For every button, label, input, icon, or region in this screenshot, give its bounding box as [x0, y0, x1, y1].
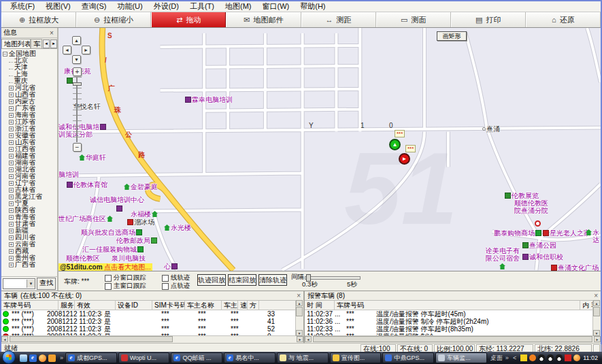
toolbar-button[interactable]: ⊖ 拉框缩小: [76, 12, 151, 27]
checkbox-main-window[interactable]: 主窗口跟踪: [105, 282, 146, 291]
tab-scroll-left-icon[interactable]: ◄: [43, 39, 50, 48]
menu-item[interactable]: 系统(F): [5, 1, 39, 12]
tree-expand-icon[interactable]: [9, 229, 14, 233]
checkbox-icon[interactable]: [105, 283, 112, 290]
tree-expand-icon[interactable]: [9, 93, 14, 97]
column-header[interactable]: SIM卡号码: [152, 301, 185, 310]
column-header[interactable]: 车主电话: [222, 301, 238, 310]
tree-expand-icon[interactable]: [9, 154, 14, 159]
checkbox-point-track[interactable]: 点轨迹: [162, 282, 190, 291]
tree-expand-icon[interactable]: [9, 113, 14, 118]
tree-expand-icon[interactable]: [9, 106, 14, 111]
tree-item[interactable]: 黑龙江省: [3, 193, 57, 200]
column-header[interactable]: 车主名称: [185, 301, 222, 310]
column-header[interactable]: 速度: [238, 301, 248, 310]
tree-expand-icon[interactable]: [9, 263, 14, 267]
track-playback-button[interactable]: 轨迹回放: [197, 274, 226, 286]
chevron-icon[interactable]: »: [60, 354, 63, 361]
zoom-in-icon[interactable]: +: [73, 67, 82, 76]
close-icon[interactable]: ×: [48, 29, 55, 37]
tray-icon[interactable]: [520, 354, 527, 361]
column-header[interactable]: 车牌号码: [1, 301, 58, 310]
table-row[interactable]: 11:02:33 ... *** 温度/油量报警 停车超时(8h35m): [305, 325, 601, 333]
scrollbar-thumb[interactable]: [593, 307, 600, 316]
column-header[interactable]: 有效: [75, 301, 116, 310]
menu-item[interactable]: 窗口(W): [258, 1, 295, 12]
checkbox-icon[interactable]: [162, 283, 169, 290]
toolbar-button[interactable]: ⌂ 还原: [526, 12, 601, 27]
tree-expand-icon[interactable]: [9, 188, 14, 193]
tree-item[interactable]: 云南省: [3, 241, 57, 248]
toolbar-button[interactable]: ▭ 测面: [376, 12, 451, 27]
horizontal-scrollbar[interactable]: ◄ ►: [1, 335, 303, 343]
map-canvas[interactable]: 51 康行花苑 华悦名轩: [58, 28, 601, 271]
tree-expand-icon[interactable]: [9, 208, 14, 213]
column-header[interactable]: 时 间: [305, 301, 335, 310]
menu-item[interactable]: 查询(S): [77, 1, 112, 12]
chevron-icon[interactable]: »: [505, 354, 509, 361]
taskbar-window-button[interactable]: 与 地震...: [277, 352, 329, 363]
quick-launch-icon[interactable]: [48, 354, 56, 362]
tree-item[interactable]: 全国地图: [3, 50, 57, 57]
close-icon[interactable]: ×: [594, 292, 598, 299]
tree-expand-icon[interactable]: [9, 120, 14, 125]
tree-expand-icon[interactable]: [9, 147, 14, 152]
column-header[interactable]: 服务器时间: [58, 301, 75, 310]
tray-collapse-icon[interactable]: <: [513, 354, 516, 361]
menu-item[interactable]: 外设(D): [149, 1, 184, 12]
scrollbar-thumb[interactable]: [296, 307, 303, 316]
horizontal-scrollbar[interactable]: ◄ ►: [305, 335, 601, 343]
checkbox-icon[interactable]: [105, 275, 112, 282]
toolbar-button[interactable]: ⇄ 拖动: [151, 12, 226, 27]
tree-expand-icon[interactable]: [9, 76, 13, 76]
tray-icon[interactable]: [547, 354, 554, 361]
menu-item[interactable]: 地图(M): [220, 1, 256, 12]
tab-map-list[interactable]: 地图列表: [1, 39, 31, 48]
tree-expand-icon[interactable]: [9, 181, 14, 186]
taskbar-window-button[interactable]: 车辆监...: [435, 352, 487, 363]
close-icon[interactable]: ×: [297, 292, 301, 299]
tree-expand-icon[interactable]: [9, 167, 14, 172]
start-button[interactable]: [2, 350, 16, 364]
menu-item[interactable]: 帮助(H): [295, 1, 330, 12]
menu-item[interactable]: 视图(V): [41, 1, 76, 12]
taskbar-window-button[interactable]: QQ邮箱 ...: [171, 352, 222, 363]
end-playback-button[interactable]: 结束回放: [228, 274, 256, 286]
tree-expand-icon[interactable]: [9, 133, 14, 138]
taskbar-window-button[interactable]: 易名中...: [224, 352, 275, 363]
checkbox-icon[interactable]: [162, 275, 169, 282]
pan-left-icon[interactable]: ◄: [63, 46, 71, 54]
chevron-down-icon[interactable]: ▼: [27, 280, 35, 288]
clear-track-button[interactable]: 清除轨迹: [258, 274, 287, 286]
table-row[interactable]: *** (***) 20081212 11:02:38 是 *** *** **…: [1, 310, 303, 318]
tab-vehicles[interactable]: 车: [31, 39, 42, 48]
tree-item[interactable]: 上海: [3, 71, 57, 78]
toolbar-button[interactable]: ▤ 打印: [451, 12, 526, 27]
column-header[interactable]: 车牌号码: [335, 301, 580, 310]
desktop-toolbar-label[interactable]: 桌面: [490, 354, 503, 363]
scroll-down-icon[interactable]: ▼: [593, 330, 600, 336]
toolbar-button[interactable]: ⊕ 拉框放大: [1, 12, 76, 27]
scroll-right-icon[interactable]: ►: [297, 336, 303, 342]
tray-icon[interactable]: [565, 354, 571, 361]
menu-item[interactable]: 功能(U): [112, 1, 147, 12]
tree-expand-icon[interactable]: [9, 69, 13, 69]
scrollbar-thumb[interactable]: [10, 336, 173, 342]
table-row[interactable]: 11:02:36 ... *** 温度/油量报警 制冷 停车超时(2h24m): [305, 318, 601, 325]
tree-expand-icon[interactable]: [9, 215, 14, 220]
scroll-right-icon[interactable]: ►: [594, 336, 601, 342]
vehicle-marker-icon[interactable]: ▲: [389, 139, 401, 150]
column-header[interactable]: 方: [248, 301, 259, 310]
vehicle-marker-icon[interactable]: ►: [399, 153, 410, 165]
tree-expand-icon[interactable]: [9, 86, 14, 90]
toolbar-button[interactable]: ✉ 地图邮件: [226, 12, 301, 27]
interval-slider[interactable]: [305, 276, 361, 280]
tree-expand-icon[interactable]: [9, 235, 14, 240]
tree-item[interactable]: 北京: [3, 57, 57, 64]
vertical-scrollbar[interactable]: ▲ ▼: [295, 300, 303, 336]
find-button[interactable]: 查找: [37, 278, 56, 290]
tree-expand-icon[interactable]: [9, 62, 13, 63]
table-row[interactable]: *** (***) 20081212 11:02:39 是 *** *** **…: [1, 318, 303, 325]
watermark-link[interactable]: 点击看大地图...: [104, 263, 150, 271]
toolbar-button[interactable]: ↔ 测距: [301, 12, 376, 27]
